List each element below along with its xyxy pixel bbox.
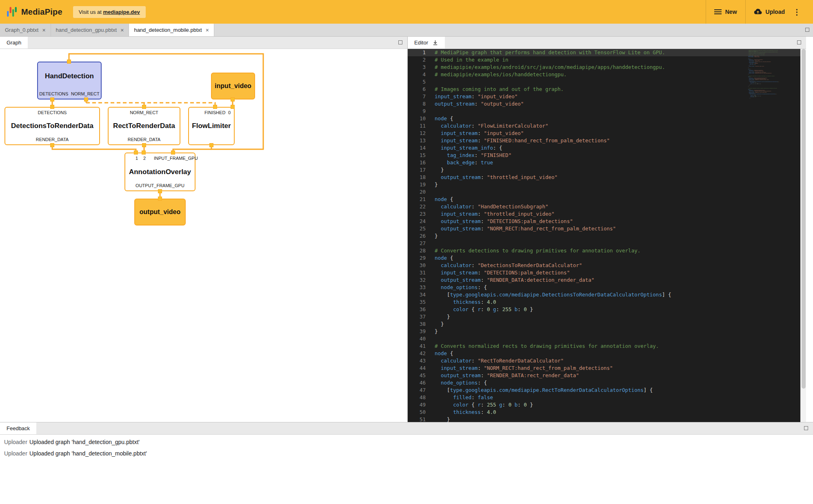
port-label: 0	[228, 110, 231, 115]
close-icon[interactable]: ×	[206, 27, 209, 33]
file-tab-graph0[interactable]: Graph_0.pbtxt ×	[0, 24, 51, 36]
file-tab-hand-detection-mobile[interactable]: hand_detection_mobile.pbtxt ×	[129, 24, 214, 36]
overflow-menu-button[interactable]: ⋮	[793, 0, 803, 24]
code-line[interactable]: 16 back_edge: true	[408, 159, 800, 166]
code-line[interactable]: 15 tag_index: "FINISHED"	[408, 152, 800, 159]
code-line[interactable]: 29node {	[408, 254, 800, 262]
code-line[interactable]: 10node {	[408, 115, 800, 122]
close-icon[interactable]: ×	[42, 27, 45, 33]
graph-canvas[interactable]: HandDetection DETECTIONS NORM_RECT input…	[0, 49, 407, 422]
code-line[interactable]: 48 filled: false	[408, 394, 800, 401]
code-line[interactable]: 43 calculator: "RectToRenderDataCalculat…	[408, 357, 800, 365]
close-icon[interactable]: ×	[120, 27, 124, 33]
code-line[interactable]: 12 input_stream: "input_video"	[408, 130, 800, 137]
code-line[interactable]: 42node {	[408, 350, 800, 357]
code-line[interactable]: 11 calculator: "FlowLimiterCalculator"	[408, 122, 800, 130]
port-marker	[158, 197, 162, 201]
code-line[interactable]: 33 node_options: {	[408, 284, 800, 291]
maximize-icon[interactable]	[398, 40, 402, 44]
maximize-icon[interactable]	[804, 426, 808, 430]
code-line[interactable]: 46 node_options: {	[408, 379, 800, 387]
code-line[interactable]: 51 }	[408, 416, 800, 422]
code-line[interactable]: 41# Converts normalized rects to drawing…	[408, 343, 800, 350]
node-output-video[interactable]: output_video	[134, 199, 186, 225]
code-line[interactable]: 39}	[408, 328, 800, 335]
node-annotationoverlay[interactable]: 1 2 INPUT_FRAME_GPU AnnotationOverlay OU…	[124, 153, 195, 191]
code-line[interactable]: 40	[408, 335, 800, 343]
code-line[interactable]: 3# mediapipie/examples/android/src/java/…	[408, 64, 800, 71]
code-line[interactable]: 22 calculator: "HandDetectionSubgraph"	[408, 203, 800, 210]
code-editor[interactable]: 1# MediaPipe graph that performs hand de…	[408, 49, 806, 422]
port-label: RENDER_DATA	[128, 137, 160, 142]
node-output-ports: RENDER_DATA	[5, 137, 99, 142]
code-line[interactable]: 24 output_stream: "DETECTIONS:palm_detec…	[408, 218, 800, 225]
node-input-video[interactable]: input_video	[211, 73, 255, 99]
upload-button[interactable]: Upload	[745, 0, 793, 24]
code-line[interactable]: 50 thickness: 4.0	[408, 409, 800, 416]
port-marker	[158, 189, 162, 193]
file-tab-hand-detection-gpu[interactable]: hand_detection_gpu.pbtxt ×	[51, 24, 129, 36]
code-line[interactable]: 9	[408, 108, 800, 115]
edge-detection-render-data	[52, 145, 136, 153]
port-label: NORM_RECT	[71, 91, 100, 96]
code-line[interactable]: 18 output_stream: "throttled_input_video…	[408, 174, 800, 181]
code-line[interactable]: 35 thickness: 4.0	[408, 298, 800, 306]
code-line[interactable]: 36 color { r: 0 g: 255 b: 0 }	[408, 306, 800, 313]
code-lines[interactable]: 1# MediaPipe graph that performs hand de…	[408, 49, 800, 422]
code-line[interactable]: 14 input_stream_info: {	[408, 144, 800, 152]
code-line[interactable]: 19}	[408, 181, 800, 188]
line-number: 4	[408, 71, 426, 78]
code-line[interactable]: 8output_stream: "output_video"	[408, 100, 800, 108]
code-line[interactable]: 17 }	[408, 166, 800, 174]
minimap[interactable]: # MediaPipe graph that performs hand det…	[748, 50, 800, 422]
code-line[interactable]: 26}	[408, 232, 800, 240]
tab-feedback[interactable]: Feedback	[0, 422, 36, 434]
tab-editor[interactable]: Editor	[408, 37, 445, 49]
code-line[interactable]: 23 input_stream: "throttled_input_video"	[408, 210, 800, 218]
code-line[interactable]: 7input_stream: "input_video"	[408, 93, 800, 100]
code-line[interactable]: 27	[408, 240, 800, 247]
node-flowlimiter[interactable]: FINISHED 0 FlowLimiter	[188, 107, 235, 145]
maximize-icon[interactable]	[797, 40, 801, 44]
code-line[interactable]: 38 }	[408, 321, 800, 328]
editor-scrollbar[interactable]	[800, 49, 806, 422]
port-marker	[142, 143, 146, 147]
code-line[interactable]: 1# MediaPipe graph that performs hand de…	[408, 49, 800, 56]
code-line[interactable]: 47 [type.googleapis.com/mediapipe.RectTo…	[408, 387, 800, 394]
line-number: 19	[408, 181, 426, 188]
code-line[interactable]: 5	[408, 78, 800, 86]
scrollbar-thumb[interactable]	[802, 49, 806, 389]
feedback-panel-header: Feedback	[0, 422, 813, 435]
code-line[interactable]: 21node {	[408, 196, 800, 203]
code-line[interactable]: 32 output_stream: "RENDER_DATA:detection…	[408, 276, 800, 284]
feedback-entry: Uploader Uploaded graph 'hand_detection_…	[4, 439, 813, 450]
code-line[interactable]: 13 input_stream: "FINISHED:hand_rect_fro…	[408, 137, 800, 144]
code-line[interactable]: 37 }	[408, 313, 800, 321]
code-line[interactable]: 28# Converts detections to drawing primi…	[408, 247, 800, 254]
node-handdetection[interactable]: HandDetection DETECTIONS NORM_RECT	[37, 62, 102, 99]
new-button[interactable]: New	[706, 0, 745, 24]
code-line[interactable]: 31 input_stream: "DETECTIONS:palm_detect…	[408, 269, 800, 276]
code-line[interactable]: 34 [type.googleapis.com/mediapipe.Detect…	[408, 291, 800, 298]
code-line[interactable]: 49 color { r: 255 g: 0 b: 0 }	[408, 401, 800, 409]
maximize-icon[interactable]	[805, 28, 809, 32]
line-number: 15	[408, 152, 426, 159]
node-recttorenderdata[interactable]: NORM_RECT RectToRenderData RENDER_DATA	[108, 107, 180, 145]
mediapipe-dev-link[interactable]: mediapipe.dev	[103, 9, 140, 15]
download-icon[interactable]	[432, 40, 438, 46]
port-marker	[231, 97, 235, 102]
code-line[interactable]: 6# Images coming into and out of the gra…	[408, 86, 800, 93]
graph-edges	[0, 49, 407, 422]
graph-tab-label: Graph	[7, 40, 21, 46]
code-line[interactable]: 25 output_stream: "NORM_RECT:hand_rect_f…	[408, 225, 800, 232]
feedback-source: Uploader	[4, 450, 29, 457]
editor-panel-header: Editor	[408, 37, 806, 49]
code-line[interactable]: 4# mediapipie/examples/ios/handdetection…	[408, 71, 800, 78]
tab-graph[interactable]: Graph	[0, 37, 28, 49]
node-detectionstorenderdata[interactable]: DETECTIONS DetectionsToRenderData RENDER…	[4, 107, 100, 145]
code-line[interactable]: 30 calculator: "DetectionsToRenderDataCa…	[408, 262, 800, 269]
code-line[interactable]: 20	[408, 188, 800, 196]
code-line[interactable]: 2# Used in the example in	[408, 56, 800, 64]
code-line[interactable]: 44 input_stream: "NORM_RECT:hand_rect_fr…	[408, 365, 800, 372]
code-line[interactable]: 45 output_stream: "RENDER_DATA:rect_rend…	[408, 372, 800, 379]
